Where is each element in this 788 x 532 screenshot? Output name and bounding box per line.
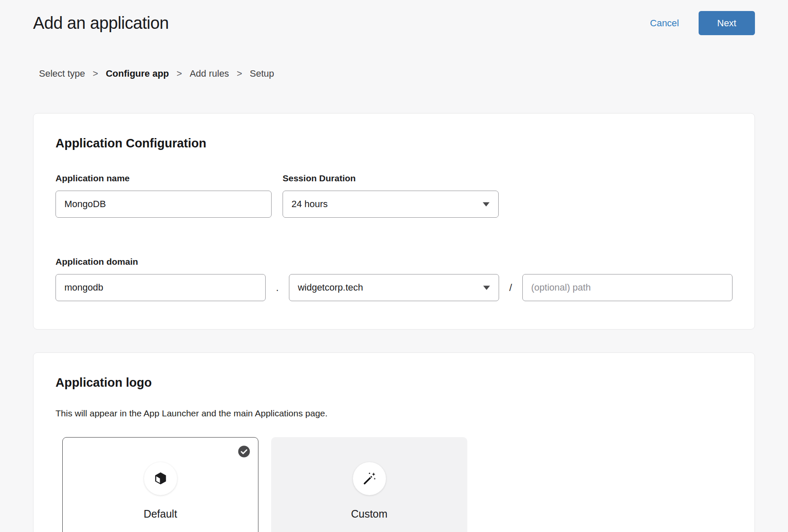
header-actions: Cancel Next [650,11,755,35]
application-domain-field: Application domain . widgetcorp.tech / [55,257,733,301]
application-configuration-card: Application Configuration Application na… [33,113,755,330]
application-name-field: Application name [55,173,272,218]
breadcrumb-separator: > [177,68,182,79]
logo-option-label: Custom [351,508,387,520]
logo-option-custom[interactable]: Custom [271,437,467,532]
name-session-row: Application name Session Duration 24 hou… [55,173,733,218]
domain-slash-separator: / [509,282,512,294]
page-header: Add an application Cancel Next [33,0,755,35]
session-duration-value: 24 hours [291,199,328,210]
check-icon [238,445,250,458]
breadcrumb-separator: > [93,68,98,79]
chevron-down-icon [483,285,490,290]
cancel-button[interactable]: Cancel [650,18,679,29]
next-button[interactable]: Next [699,11,755,35]
custom-logo-circle [353,462,386,495]
magic-wand-icon [362,471,377,486]
page-title: Add an application [33,14,169,33]
path-input[interactable] [522,274,733,301]
domain-select-value: widgetcorp.tech [298,282,363,293]
domain-dot-separator: . [276,282,279,294]
default-logo-circle [144,462,177,495]
step-configure-app[interactable]: Configure app [106,68,169,79]
breadcrumb-separator: > [237,68,242,79]
add-application-page: Add an application Cancel Next Select ty… [0,0,788,532]
session-duration-select[interactable]: 24 hours [283,191,499,218]
domain-select[interactable]: widgetcorp.tech [289,274,499,301]
logo-option-label: Default [144,508,177,520]
logo-option-default[interactable]: Default [62,437,258,532]
application-name-input[interactable] [55,191,272,218]
step-setup[interactable]: Setup [250,68,274,79]
application-logo-card: Application logo This will appear in the… [33,352,755,532]
chevron-down-icon [483,202,490,207]
breadcrumb: Select type > Configure app > Add rules … [33,68,755,79]
application-name-label: Application name [55,173,272,183]
subdomain-input[interactable] [55,274,266,301]
step-add-rules[interactable]: Add rules [190,68,229,79]
application-logo-heading: Application logo [55,376,733,390]
application-domain-row: . widgetcorp.tech / [55,274,733,301]
session-duration-label: Session Duration [283,173,499,183]
logo-options: Default Custom [62,437,733,532]
step-select-type[interactable]: Select type [39,68,85,79]
application-logo-description: This will appear in the App Launcher and… [55,408,733,418]
cube-icon [153,471,168,486]
application-domain-label: Application domain [55,257,733,267]
session-duration-field: Session Duration 24 hours [283,173,499,218]
application-configuration-heading: Application Configuration [55,136,733,150]
